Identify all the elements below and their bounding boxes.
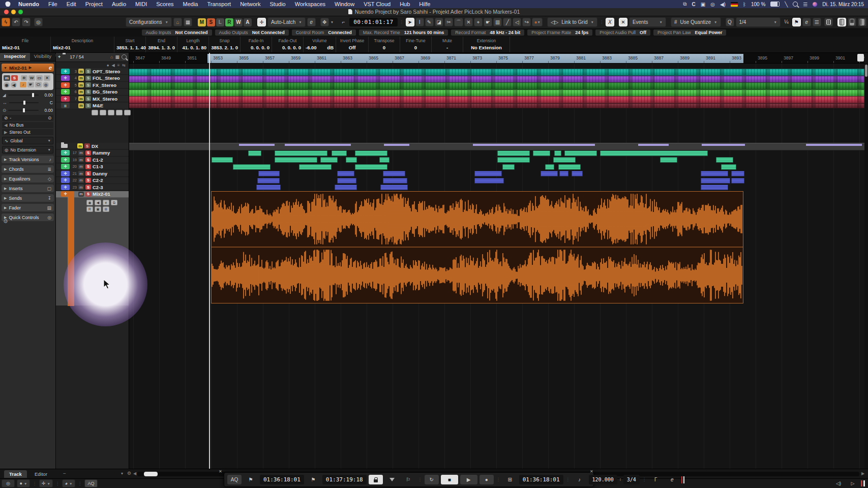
inspector-section-quick-controls[interactable]: ▶Quick Controls◎ — [2, 214, 54, 221]
zoom-preset-dropdown[interactable]: ▾ — [121, 471, 123, 476]
quantize-icon[interactable]: Q — [726, 18, 734, 26]
menu-item-scores[interactable]: Scores — [152, 1, 178, 7]
track-mute-button[interactable]: m — [78, 69, 84, 74]
tempo-value[interactable]: 120.000 — [589, 475, 617, 484]
edit-button[interactable]: e — [103, 200, 109, 205]
list-icon[interactable]: ☰ — [813, 18, 821, 26]
track-mute-button[interactable]: m — [78, 171, 84, 176]
siri-icon[interactable] — [813, 2, 817, 7]
menu-item-midi[interactable]: MIDI — [131, 1, 152, 7]
edit-channel-settings-button[interactable]: e — [49, 65, 52, 71]
inspector-section-chords[interactable]: ▶Chords≣ — [2, 165, 54, 173]
snap-type-dropdown[interactable]: Events▼ — [629, 17, 666, 27]
midi-event-c1-2[interactable] — [320, 157, 338, 163]
track-mute-button[interactable]: m — [78, 103, 84, 108]
apple-icon[interactable] — [5, 2, 11, 7]
cycle-button[interactable]: ↻ — [425, 475, 439, 484]
menu-item-workspaces[interactable]: Workspaces — [290, 1, 330, 7]
glue-tool[interactable]: ⌒ — [454, 18, 463, 26]
battery-icon[interactable] — [770, 2, 780, 7]
track-mute-button[interactable]: m — [78, 89, 84, 95]
split-tool[interactable]: ✂ — [444, 18, 453, 26]
track-mute-button[interactable]: m — [78, 178, 84, 183]
midi-event-rammy[interactable] — [275, 150, 327, 156]
track-solo-button[interactable]: S — [85, 82, 91, 87]
track-row-danny[interactable]: ✛21mSDanny — [56, 170, 129, 177]
dx-part-segment[interactable] — [806, 144, 862, 146]
snap-type-icon[interactable]: ✕ — [619, 18, 627, 26]
track-mute-button[interactable]: m — [78, 82, 84, 87]
screen-mirroring-icon[interactable]: ⧉ — [683, 1, 686, 7]
midi-event-rammy[interactable] — [332, 150, 347, 156]
lock-app-icon[interactable]: ▣ — [701, 2, 705, 7]
zoom-handle[interactable] — [857, 54, 864, 62]
track-solo-button[interactable]: S — [85, 192, 91, 197]
tempo-note-icon[interactable]: ♪ — [573, 475, 587, 484]
audio-lane-event-1[interactable] — [129, 76, 864, 83]
track-mute-button[interactable]: m — [77, 143, 83, 148]
audition-play-icon[interactable]: ▷ — [847, 480, 859, 487]
menu-item-studio[interactable]: Studio — [265, 1, 290, 7]
track-window-icon[interactable]: ▦ — [115, 54, 119, 59]
audition-volume-icon[interactable]: ◁) — [832, 480, 845, 487]
inspector-section-inserts[interactable]: ▶Inserts▢ — [2, 185, 54, 192]
monitor-button[interactable]: ◀ — [11, 82, 17, 88]
menu-item-media[interactable]: Media — [178, 1, 203, 7]
track-solo-button[interactable]: S — [85, 103, 91, 108]
transport-time[interactable]: 01:36:18:01 — [519, 475, 563, 484]
menu-item-nuendo[interactable]: Nuendo — [14, 1, 44, 7]
me-subcontrol-button[interactable] — [100, 110, 106, 115]
dx-part-segment[interactable] — [473, 144, 595, 146]
bluetooth-icon[interactable]: ᛒ — [743, 2, 746, 7]
track-mute-button[interactable]: m — [78, 76, 84, 81]
dx-part-segment[interactable] — [384, 144, 409, 146]
info-fine-tune[interactable]: Fine-Tune0 — [400, 37, 432, 52]
transport-aq-button[interactable]: AQ — [227, 475, 242, 484]
me-subcontrol-button[interactable] — [92, 110, 98, 115]
tab-visibility[interactable]: Visibility — [30, 52, 55, 61]
color-tool[interactable]: ●▼ — [532, 18, 542, 26]
inspector-track-header[interactable]: ▼ Mix2-01 ▶ e — [2, 64, 54, 72]
time-format-icon[interactable]: ⊞ — [503, 475, 517, 484]
midi-event-c1-2[interactable] — [379, 157, 390, 163]
midi-event-danny[interactable] — [731, 171, 744, 176]
inspector-section-sends[interactable]: ▶Sends↧ — [2, 194, 54, 202]
track-solo-button[interactable]: S — [85, 150, 91, 156]
home-zoom-button[interactable]: ⌂ — [173, 18, 182, 26]
marker-icon[interactable]: ⚐ — [401, 475, 415, 484]
inspector-section-fader[interactable]: ▶Fader▤ — [2, 204, 54, 211]
delay-slider[interactable] — [8, 110, 39, 111]
status-c-icon[interactable]: C — [692, 2, 695, 7]
menu-item-window[interactable]: Window — [330, 1, 359, 7]
monitor-button[interactable]: ◀ — [95, 200, 101, 205]
write-automation-button[interactable]: W — [28, 75, 35, 81]
channel-config-button[interactable]: ▭ — [36, 75, 43, 81]
track-mute-button[interactable]: m — [78, 157, 84, 162]
midi-event-danny[interactable] — [258, 171, 280, 176]
midi-event-c2-2[interactable] — [731, 178, 744, 184]
record-mode-dropdown[interactable]: ● ▼ — [17, 479, 30, 487]
menu-item-edit[interactable]: Edit — [62, 1, 81, 7]
global-m-button[interactable]: M — [198, 18, 206, 26]
info-end[interactable]: End3894. 1. 3. 0 — [146, 37, 177, 52]
track-solo-button[interactable]: S — [85, 96, 91, 101]
tempo-track-icon[interactable]: Γ — [649, 475, 663, 484]
midi-record-mode-dropdown[interactable]: ◕ ▼ — [62, 479, 75, 487]
info-mute[interactable]: Mute- — [432, 37, 463, 52]
record-filter-icon[interactable]: ● — [107, 63, 109, 68]
midi-event-c1-2[interactable] — [346, 157, 357, 163]
automation-panel-button[interactable]: e — [307, 18, 316, 26]
audio-record-mode-dropdown[interactable]: ✛ ▼ — [39, 479, 53, 487]
midi-event-c2-3[interactable] — [380, 185, 408, 190]
midi-event-c1-2[interactable] — [212, 157, 233, 163]
inspector-section-equalizers[interactable]: ▶Equalizers◇ — [2, 175, 54, 182]
musical-mode-button[interactable]: ♪ — [20, 82, 26, 87]
track-row-c2-3[interactable]: ✛23mSC2-3 — [56, 184, 129, 191]
info-file[interactable]: FileMix2-01 — [0, 37, 51, 52]
midi-event-c2-2[interactable] — [337, 178, 356, 184]
menu-item-audio[interactable]: Audio — [107, 1, 131, 7]
tab-track[interactable]: Track — [4, 470, 27, 478]
midi-event-danny[interactable] — [559, 171, 568, 176]
track-mute-button[interactable]: m — [78, 164, 84, 169]
track-solo-button[interactable]: S — [85, 76, 91, 81]
